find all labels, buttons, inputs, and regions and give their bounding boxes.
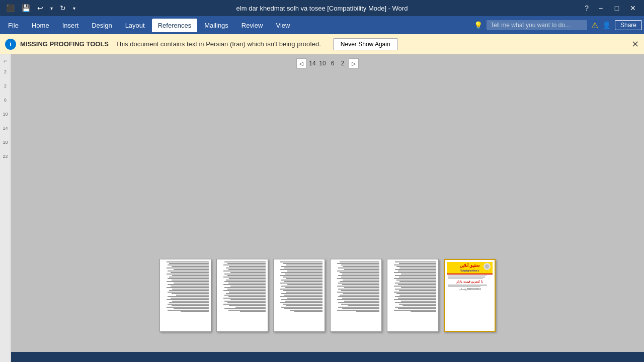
tab-insert[interactable]: Insert — [56, 19, 85, 32]
left-ruler: ⌐ 2 2 6 10 14 18 22 — [0, 54, 11, 362]
customize-icon[interactable]: ▾ — [71, 5, 77, 12]
tab-mailings[interactable]: Mailings — [198, 19, 234, 32]
ribbon: File Home Insert Design Layout Reference… — [0, 16, 644, 34]
ruler-num: 14 — [3, 126, 8, 131]
document-area: ◁ 14 10 6 2 ▷ — [11, 54, 644, 362]
ad-circle-icon — [484, 263, 491, 270]
ribbon-search-input[interactable] — [487, 20, 587, 30]
notification-close-button[interactable]: ✕ — [631, 39, 639, 50]
undo-dropdown-icon[interactable]: ▾ — [48, 5, 55, 12]
word-icon: ⬛ — [4, 3, 17, 13]
maximize-button[interactable]: □ — [610, 1, 624, 15]
notification-title: MISSING PROOFING TOOLS — [20, 40, 109, 48]
help-icon[interactable]: ? — [582, 3, 592, 13]
notification-bar: i MISSING PROOFING TOOLS This document c… — [0, 34, 644, 54]
zoom-value-14: 14 — [308, 60, 316, 67]
page-content-1 — [160, 259, 211, 314]
title-bar-controls: ? − □ ✕ — [582, 1, 640, 15]
window-title: elm dar khedmat solh va tosee [Compatibi… — [236, 5, 408, 12]
ad-white-section: با کمترین قیمت بازار 09981366624 واتساپ — [447, 275, 493, 329]
zoom-value-2: 2 — [339, 60, 347, 67]
ad-title: تحقیق آنلاین — [460, 263, 479, 268]
ad-phone-text: 09981366624 واتساپ — [448, 288, 492, 291]
tab-file[interactable]: File — [2, 19, 25, 32]
tab-home[interactable]: Home — [26, 19, 55, 32]
page-thumbnail-2[interactable] — [216, 259, 268, 332]
pages-container: تحقیق آنلاین Tahghighonline.ir — [159, 259, 496, 332]
ribbon-right: 💡 ⚠ 👤 Share — [474, 20, 642, 30]
notification-icon: i — [5, 39, 16, 50]
user-icon: 👤 — [602, 21, 611, 29]
save-icon[interactable]: 💾 — [20, 3, 32, 13]
ad-cta-text: با کمترین قیمت بازار — [448, 280, 492, 283]
title-bar-left: ⬛ 💾 ↩ ▾ ↻ ▾ — [4, 3, 77, 13]
main-area: ⌐ 2 2 6 10 14 18 22 ◁ 14 10 6 2 ▷ — [0, 54, 644, 362]
undo-icon[interactable]: ↩ — [35, 3, 45, 13]
close-button[interactable]: ✕ — [626, 1, 640, 15]
ruler-num: 2 — [4, 83, 7, 88]
tab-review[interactable]: Review — [235, 19, 269, 32]
ad-url: Tahghighonline.ir — [460, 269, 479, 272]
ruler-num: 6 — [4, 98, 7, 103]
ruler-num: 22 — [3, 154, 8, 159]
tab-references[interactable]: References — [152, 19, 197, 32]
ruler-tab-icon: ⌐ — [4, 57, 7, 64]
page-thumbnail-6-ad[interactable]: تحقیق آنلاین Tahghighonline.ir — [444, 259, 496, 332]
minimize-button[interactable]: − — [594, 1, 608, 15]
page-content-4 — [331, 259, 381, 314]
page-thumbnail-5[interactable] — [387, 259, 439, 332]
never-show-again-button[interactable]: Never Show Again — [333, 38, 398, 50]
notification-message: This document contains text in Persian (… — [116, 40, 321, 48]
ad-yellow-section: تحقیق آنلاین Tahghighonline.ir — [447, 262, 493, 274]
ruler-num: 2 — [4, 69, 7, 74]
warning-icon: ⚠ — [591, 21, 598, 30]
zoom-decrease-button[interactable]: ◁ — [296, 58, 306, 68]
zoom-increase-button[interactable]: ▷ — [349, 58, 359, 68]
redo-icon[interactable]: ↻ — [58, 3, 68, 13]
zoom-value-10: 10 — [318, 60, 327, 67]
tab-design[interactable]: Design — [86, 19, 118, 32]
zoom-value-6: 6 — [329, 60, 337, 67]
ruler-num: 10 — [3, 112, 8, 117]
page-thumbnail-1[interactable] — [159, 259, 211, 332]
page-content-5 — [387, 259, 438, 314]
page-content-3 — [274, 259, 325, 314]
page-thumbnail-3[interactable] — [273, 259, 325, 332]
ruler-num: 18 — [3, 140, 8, 145]
tab-layout[interactable]: Layout — [119, 19, 151, 32]
ruler-numbers: 2 2 6 10 14 18 22 — [3, 69, 8, 159]
status-bar — [11, 352, 644, 362]
title-bar: ⬛ 💾 ↩ ▾ ↻ ▾ elm dar khedmat solh va tose… — [0, 0, 644, 16]
ad-content: تحقیق آنلاین Tahghighonline.ir — [445, 260, 495, 331]
tab-view[interactable]: View — [270, 19, 296, 32]
lightbulb-icon: 💡 — [474, 21, 482, 29]
share-button[interactable]: Share — [615, 20, 642, 30]
zoom-controls: ◁ 14 10 6 2 ▷ — [296, 58, 359, 68]
page-thumbnail-4[interactable] — [330, 259, 382, 332]
page-content-2 — [217, 259, 268, 314]
